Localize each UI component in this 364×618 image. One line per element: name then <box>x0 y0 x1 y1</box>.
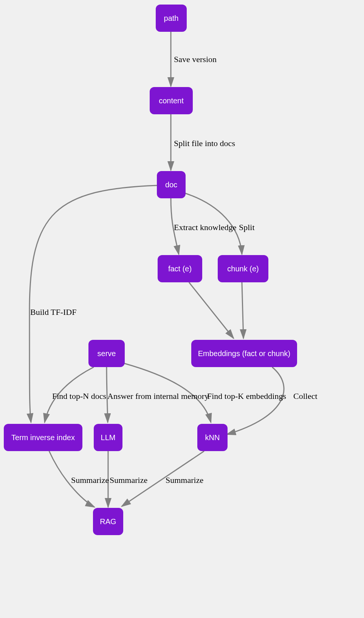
edge-label-summarize-knn: Summarize <box>166 475 203 485</box>
node-label: kNN <box>205 433 220 442</box>
node-doc: doc <box>157 171 186 198</box>
edge-label-answer-internal: Answer from internal memory <box>107 391 209 401</box>
node-label: path <box>164 14 179 23</box>
node-chunk: chunk (e) <box>218 255 268 282</box>
node-knn: kNN <box>197 424 228 451</box>
node-label: Term inverse index <box>11 433 75 442</box>
edge-label-summarize-tii: Summarize <box>71 475 109 485</box>
node-label: RAG <box>100 517 116 526</box>
edge-label-save-version: Save version <box>174 54 217 64</box>
node-llm: LLM <box>94 424 122 451</box>
diagram-canvas: path content doc fact (e) chunk (e) serv… <box>0 0 364 618</box>
node-serve: serve <box>88 340 125 367</box>
edge-label-build-tfidf: Build TF-IDF <box>30 307 76 317</box>
node-embeddings: Embeddings (fact or chunk) <box>191 340 297 367</box>
node-label: chunk (e) <box>227 265 259 273</box>
node-label: Embeddings (fact or chunk) <box>198 349 291 358</box>
edge-label-collect: Collect <box>293 391 318 401</box>
node-content: content <box>150 87 193 114</box>
node-label: LLM <box>101 433 116 442</box>
node-fact: fact (e) <box>158 255 202 282</box>
node-label: serve <box>98 349 116 358</box>
node-label: fact (e) <box>168 265 192 273</box>
edge-label-summarize-llm: Summarize <box>110 475 147 485</box>
edge-label-extract-knowledge: Extract knowledge <box>174 223 237 232</box>
node-term-inverse-index: Term inverse index <box>4 424 82 451</box>
node-label: content <box>159 97 184 105</box>
node-label: doc <box>165 181 177 189</box>
node-path: path <box>156 5 187 32</box>
edge-label-split-file: Split file into docs <box>174 139 235 148</box>
edge-label-find-topk: Find top-K embeddings <box>207 391 286 401</box>
edge-label-split: Split <box>239 223 255 232</box>
edge-label-find-topn: Find top-N docs <box>52 391 106 401</box>
node-rag: RAG <box>93 508 123 535</box>
